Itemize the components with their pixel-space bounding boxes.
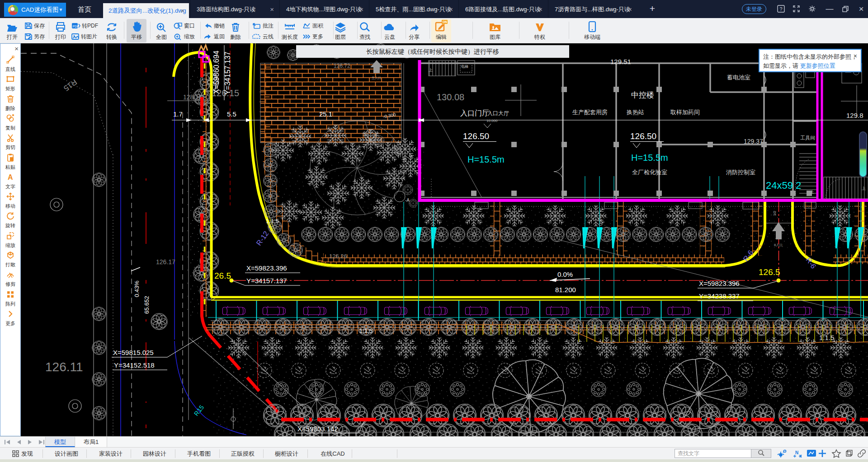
svg-text:126.26: 126.26 — [329, 253, 347, 260]
svg-text:126.11: 126.11 — [45, 360, 83, 374]
svg-text:全厂检化验室: 全厂检化验室 — [632, 169, 667, 176]
svg-text:1:1.5: 1:1.5 — [359, 327, 373, 334]
svg-text:电梯: 电梯 — [461, 65, 468, 69]
svg-text:入口大厅: 入口大厅 — [487, 110, 509, 117]
svg-text:0.43%: 0.43% — [133, 280, 140, 297]
svg-text:上: 上 — [810, 190, 814, 194]
svg-text:1:1.5: 1:1.5 — [266, 218, 279, 224]
svg-text:129.37: 129.37 — [744, 138, 763, 145]
svg-text:X=59803.142: X=59803.142 — [297, 425, 338, 433]
svg-text:0.0%: 0.0% — [557, 271, 573, 278]
svg-text:PDF: PDF — [73, 25, 79, 28]
svg-text:126.72: 126.72 — [334, 63, 350, 69]
svg-text:0.5%: 0.5% — [598, 215, 603, 226]
svg-text:上: 上 — [429, 68, 433, 72]
svg-text:126.5: 126.5 — [759, 267, 780, 277]
svg-text:H=15.5m: H=15.5m — [631, 153, 668, 163]
svg-text:X=59815.025: X=59815.025 — [113, 349, 154, 356]
svg-text:X=59823.396: X=59823.396 — [699, 280, 740, 287]
svg-text:128.15: 128.15 — [183, 93, 203, 101]
svg-text:X=59823.396: X=59823.396 — [246, 264, 287, 272]
svg-text:Y=34157.137: Y=34157.137 — [246, 277, 287, 285]
svg-text:1.7: 1.7 — [173, 110, 183, 118]
svg-text:1/2: 1/2 — [773, 210, 777, 216]
svg-text:Y=34157.137: Y=34157.137 — [224, 51, 231, 95]
svg-text:129.51: 129.51 — [610, 58, 631, 65]
svg-text:A: A — [8, 173, 13, 181]
svg-text:入口门厅: 入口门厅 — [460, 109, 489, 117]
svg-text:81.200: 81.200 — [555, 286, 576, 294]
svg-text:主入口: 主入口 — [372, 76, 381, 80]
svg-text:65.652: 65.652 — [143, 296, 150, 314]
svg-text:129.8: 129.8 — [846, 112, 863, 119]
svg-text:ON: ON — [443, 20, 447, 23]
svg-text:24x59 2: 24x59 2 — [766, 180, 801, 191]
svg-text:B入口: B入口 — [774, 243, 783, 247]
svg-text:H=15.5m: H=15.5m — [467, 154, 505, 164]
svg-text:工具间: 工具间 — [800, 135, 815, 140]
svg-text:上: 上 — [862, 186, 866, 191]
svg-text:5.5: 5.5 — [227, 110, 236, 118]
svg-text:?: ? — [779, 6, 782, 12]
svg-text:126.50: 126.50 — [630, 131, 656, 141]
svg-text:26.5: 26.5 — [214, 271, 231, 280]
svg-text:25.1: 25.1 — [319, 110, 332, 118]
svg-text:消防控制室: 消防控制室 — [726, 169, 755, 176]
svg-text:126.17: 126.17 — [156, 258, 175, 266]
svg-text:中控楼: 中控楼 — [631, 91, 654, 99]
svg-text:蓄电池室: 蓄电池室 — [727, 74, 750, 81]
svg-text:1:1.5: 1:1.5 — [819, 334, 834, 341]
svg-text:X=59860.694: X=59860.694 — [212, 51, 220, 94]
svg-text:N: N — [795, 450, 798, 455]
svg-text:126.50: 126.50 — [463, 131, 489, 141]
svg-text:取样加药间: 取样加药间 — [670, 109, 700, 116]
svg-text:130.08: 130.08 — [437, 92, 464, 102]
svg-text:10.000: 10.000 — [486, 119, 498, 123]
svg-text:Y=34152.518: Y=34152.518 — [114, 361, 155, 369]
svg-text:生产配套用房: 生产配套用房 — [572, 109, 608, 116]
svg-text:换热站: 换热站 — [626, 109, 644, 116]
svg-text:Y=34238.337: Y=34238.337 — [699, 292, 740, 300]
